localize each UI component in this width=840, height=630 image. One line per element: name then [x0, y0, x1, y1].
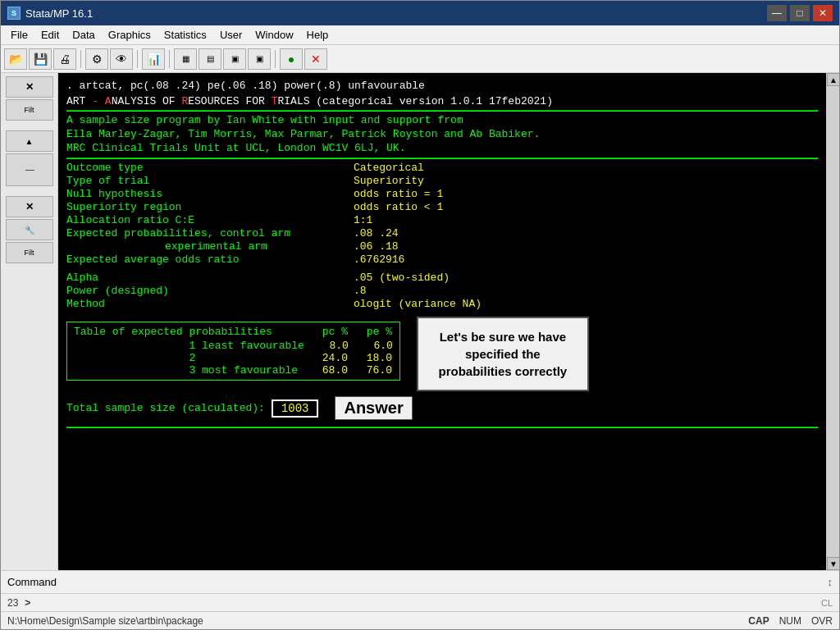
command-resize-icon: ↕ [828, 576, 833, 588]
row-2-pc: 24.0 [307, 352, 348, 364]
separator-3 [66, 427, 818, 428]
scroll-down-btn[interactable]: ▼ [827, 557, 839, 570]
menu-edit[interactable]: Edit [34, 25, 66, 44]
line-number: 23 [7, 597, 18, 609]
info-row-outcome: Outcome type Categorical [66, 162, 818, 174]
chart-button[interactable]: 📊 [142, 48, 165, 70]
row-1-pe: 6.0 [352, 340, 393, 352]
maximize-button[interactable]: □ [790, 5, 810, 21]
label-method: Method [66, 298, 354, 310]
label-alpha: Alpha [66, 272, 354, 284]
art-text-art: ART [66, 95, 85, 107]
toolbar-btn-3[interactable]: ▣ [223, 48, 246, 70]
num-indicator: NUM [779, 615, 801, 627]
menu-file[interactable]: File [4, 25, 34, 44]
toolbar-sep-4 [275, 50, 276, 68]
command-input-area [63, 576, 828, 588]
minimize-button[interactable]: — [767, 5, 787, 21]
menu-bar: File Edit Data Graphics Statistics User … [1, 25, 839, 45]
command-label: Command [7, 576, 57, 588]
value-trial: Superiority [354, 175, 424, 187]
stop-button[interactable]: ✕ [304, 48, 327, 70]
total-sample-label: Total sample size (calculated): [66, 402, 265, 414]
cursor-indicator: > [25, 597, 30, 609]
sidebar-info-btn[interactable]: │ [6, 153, 53, 186]
info-row-allocation: Allocation ratio C:E 1:1 [66, 214, 818, 226]
info-row-null: Null hypothesis odds ratio = 1 [66, 188, 818, 200]
value-odds: .6762916 [354, 253, 404, 266]
table-row-3: 3 most favourable 68.0 76.0 [74, 364, 393, 377]
close-button[interactable]: ✕ [813, 5, 833, 21]
label-allocation: Allocation ratio C:E [66, 214, 354, 226]
art-a: A [105, 95, 112, 107]
sidebar-close-btn[interactable]: ✕ [6, 76, 53, 98]
toolbar-btn-4[interactable]: ▣ [248, 48, 271, 70]
art-t: T [272, 95, 278, 107]
menu-data[interactable]: Data [66, 25, 101, 44]
sidebar-filter-2-btn[interactable]: Filt [6, 242, 53, 263]
toolbar-btn-2[interactable]: ▤ [199, 48, 221, 70]
scroll-up-btn[interactable]: ▲ [827, 73, 839, 86]
command-input[interactable] [63, 576, 828, 588]
toolbar: 📂 💾 🖨 ⚙ 👁 📊 ▦ ▤ ▣ ▣ ● ✕ [1, 45, 839, 73]
row-3-label: 3 most favourable [74, 364, 304, 377]
label-power: Power (designed) [66, 285, 354, 297]
settings-button[interactable]: ⚙ [85, 48, 108, 70]
menu-window[interactable]: Window [249, 25, 299, 44]
label-superiority: Superiority region [66, 201, 354, 213]
table-title: Table of expected probabilities [74, 326, 304, 338]
run-button[interactable]: ● [280, 48, 303, 70]
info-row-method: Method ologit (variance NA) [66, 298, 818, 310]
table-row-2: 2 24.0 18.0 [74, 352, 393, 364]
row-3-pc: 68.0 [307, 364, 348, 377]
sidebar-wrench-btn[interactable]: 🔧 [6, 219, 53, 240]
menu-statistics[interactable]: Statistics [158, 25, 213, 44]
line-number-bar: 23 > CL [1, 593, 839, 611]
open-button[interactable]: 📂 [4, 48, 27, 70]
results-wrapper: . artcat, pc(.08 .24) pe(.06 .18) power(… [58, 73, 839, 570]
toolbar-sep-1 [80, 50, 81, 68]
row-2-pe: 18.0 [351, 352, 392, 364]
cap-indicator: CAP [748, 615, 769, 627]
total-sample-value: 1003 [272, 399, 319, 418]
toolbar-btn-1[interactable]: ▦ [174, 48, 197, 70]
menu-help[interactable]: Help [300, 25, 336, 44]
col-header-pe: pe % [351, 326, 392, 338]
label-prob-control: Expected probabilities, control arm [66, 227, 354, 240]
main-area: ✕ Filt ▲ │ ✕ 🔧 Filt . artcat, pc(.08 .24… [1, 73, 839, 570]
value-superiority: odds ratio < 1 [354, 201, 443, 213]
credit-line-1: A sample size program by Ian White with … [66, 114, 818, 126]
right-scrollbar[interactable]: ▲ ▼ [826, 73, 839, 570]
main-window: S Stata/MP 16.1 — □ ✕ File Edit Data Gra… [0, 0, 840, 630]
annotation-bubble: Let's be sure we have specified the prob… [417, 317, 589, 391]
answer-label: Answer [335, 396, 412, 420]
credit-line-2: Ella Marley-Zagar, Tim Morris, Max Parma… [66, 128, 818, 140]
print-button[interactable]: 🖨 [53, 48, 76, 70]
app-icon: S [7, 7, 21, 20]
scroll-track[interactable] [827, 86, 839, 557]
label-null: Null hypothesis [66, 188, 354, 200]
menu-graphics[interactable]: Graphics [102, 25, 158, 44]
bottom-area: Command ↕ 23 > CL N:\Home\Design\Sample … [1, 570, 839, 629]
value-alpha: .05 (two-sided) [354, 272, 450, 284]
view-button[interactable]: 👁 [110, 48, 133, 70]
command-line: . artcat, pc(.08 .24) pe(.06 .18) power(… [66, 80, 818, 92]
sidebar-up-btn[interactable]: ▲ [6, 130, 53, 152]
results-area[interactable]: . artcat, pc(.08 .24) pe(.06 .18) power(… [58, 73, 826, 570]
command-bar: Command ↕ [1, 570, 839, 593]
sidebar-close-2-btn[interactable]: ✕ [6, 196, 53, 217]
art-rials: RIALS (categorical version 1.0.1 17feb20… [278, 95, 553, 107]
save-button[interactable]: 💾 [29, 48, 52, 70]
total-sample-row: Total sample size (calculated): 1003 Ans… [66, 396, 818, 420]
label-odds: Expected average odds ratio [66, 253, 354, 266]
title-bar: S Stata/MP 16.1 — □ ✕ [1, 1, 839, 25]
art-dash: - [85, 95, 104, 107]
row-2-label: 2 [74, 352, 304, 364]
art-header-line: ART - ANALYSIS OF RESOURCES FOR TRIALS (… [66, 95, 818, 107]
menu-user[interactable]: User [213, 25, 249, 44]
art-nalysis: NALYSIS OF [112, 95, 182, 107]
ovr-indicator: OVR [811, 615, 833, 627]
sidebar-filter-btn[interactable]: Filt [6, 99, 53, 121]
toolbar-sep-2 [137, 50, 138, 68]
toolbar-sep-3 [169, 50, 170, 68]
